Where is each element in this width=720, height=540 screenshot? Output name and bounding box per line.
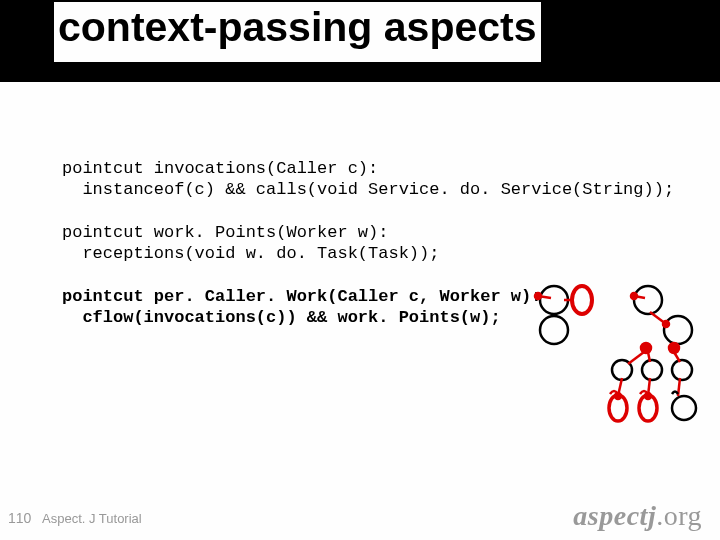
svg-point-19 [663, 321, 669, 327]
logo: aspectj.org [573, 500, 702, 532]
code-line-bold: cflow(invocations(c)) && work. Points(w)… [62, 308, 501, 327]
code-line: pointcut invocations(Caller c): [62, 159, 378, 178]
logo-suffix: .org [656, 500, 702, 531]
svg-point-9 [672, 360, 692, 380]
slide: context-passing aspects pointcut invocat… [0, 0, 720, 540]
svg-point-2 [634, 286, 662, 314]
svg-line-20 [628, 352, 644, 364]
svg-point-1 [572, 286, 592, 314]
svg-point-8 [642, 360, 662, 380]
svg-point-0 [540, 286, 568, 314]
svg-point-5 [641, 343, 651, 353]
svg-point-3 [540, 316, 568, 344]
footer-text: Aspect. J Tutorial [42, 511, 142, 526]
svg-point-14 [535, 293, 541, 299]
svg-point-17 [631, 293, 637, 299]
tree-diagram [518, 278, 708, 438]
code-line: pointcut work. Points(Worker w): [62, 223, 388, 242]
code-line: instanceof(c) && calls(void Service. do.… [62, 180, 674, 199]
code-line-bold: pointcut per. Caller. Work(Caller c, Wor… [62, 287, 541, 306]
slide-number: 110 [8, 510, 31, 526]
svg-point-6 [669, 343, 679, 353]
page-title: context-passing aspects [54, 2, 541, 62]
logo-name: aspectj [573, 500, 656, 531]
code-line: receptions(void w. do. Task(Task)); [62, 244, 439, 263]
svg-point-4 [664, 316, 692, 344]
svg-point-12 [672, 396, 696, 420]
